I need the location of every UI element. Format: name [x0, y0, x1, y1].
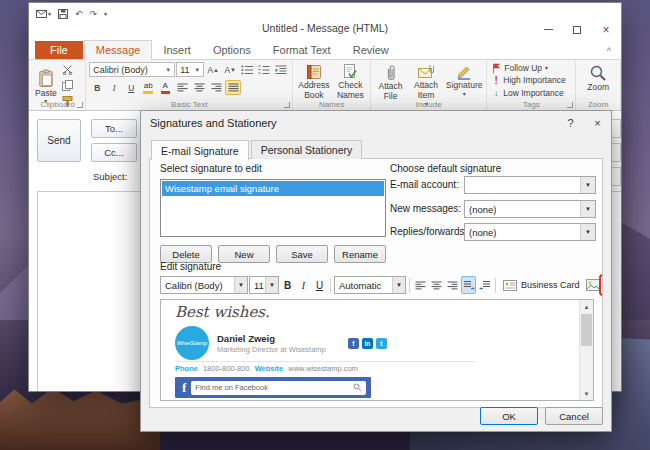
- business-card-button[interactable]: Business Card: [499, 276, 584, 294]
- insert-picture-button[interactable]: [585, 276, 600, 294]
- subject-label: Subject:: [91, 171, 137, 182]
- preview-scrollbar[interactable]: ▲ ▼: [579, 300, 593, 400]
- signature-font-dropdown[interactable]: Calibri (Body)▼: [160, 276, 248, 294]
- tab-email-signature[interactable]: E-mail Signature: [151, 140, 249, 160]
- close-button[interactable]: ×: [599, 23, 613, 37]
- tab-review[interactable]: Review: [342, 41, 400, 59]
- signature-list[interactable]: Wisestamp email signature: [160, 179, 386, 237]
- scrollbar-thumb[interactable]: [581, 314, 592, 346]
- tab-file[interactable]: File: [35, 41, 83, 59]
- text-highlight-button[interactable]: ab: [140, 80, 156, 95]
- font-color-value: Automatic: [339, 280, 381, 291]
- align-right-button[interactable]: [445, 276, 460, 294]
- high-importance-icon: !: [492, 75, 500, 86]
- save-button[interactable]: Save: [276, 245, 328, 263]
- align-center-button[interactable]: [191, 80, 207, 95]
- attach-file-button[interactable]: Attach File: [374, 62, 407, 102]
- underline-button[interactable]: U: [312, 276, 327, 294]
- signature-list-item[interactable]: Wisestamp email signature: [162, 181, 384, 196]
- facebook-search-box: Find me on Facebook: [191, 381, 366, 395]
- align-right-button[interactable]: [208, 80, 224, 95]
- zoom-button[interactable]: Zoom: [579, 62, 617, 93]
- social-icons: f in t: [348, 338, 387, 349]
- minimize-button[interactable]: [541, 23, 555, 37]
- new-messages-combo[interactable]: (none) ▼: [464, 200, 596, 218]
- facebook-banner-text: Find me on Facebook: [195, 383, 268, 392]
- signature-size-dropdown[interactable]: 11▼: [249, 276, 279, 294]
- right-to-left-button[interactable]: [477, 276, 492, 294]
- include-group-label: Include: [371, 99, 486, 110]
- undo-icon[interactable]: ↶: [75, 10, 83, 19]
- customize-qat-icon[interactable]: ▾: [104, 11, 107, 17]
- tab-insert[interactable]: Insert: [152, 41, 202, 59]
- font-color-dropdown[interactable]: Automatic▼: [334, 276, 406, 294]
- rename-button[interactable]: Rename: [334, 245, 386, 263]
- font-size-dropdown[interactable]: 11▼: [176, 62, 204, 77]
- underline-button[interactable]: U: [123, 80, 139, 95]
- signature-edit-area[interactable]: Best wishes. WiseStamp Daniel Zweig Mark…: [160, 299, 594, 401]
- indent-button[interactable]: [273, 62, 289, 77]
- shrink-font-button[interactable]: A▼: [222, 62, 238, 77]
- clipboard-group: Paste ▾ Clipboard: [30, 61, 86, 110]
- copy-button[interactable]: [60, 78, 76, 93]
- basic-text-dialog-launcher-icon[interactable]: [284, 102, 290, 108]
- names-group-label: Names: [293, 99, 370, 110]
- font-color-button[interactable]: A: [157, 80, 173, 95]
- scroll-up-button[interactable]: ▲: [580, 300, 593, 313]
- copy-icon: [62, 80, 73, 91]
- tab-options[interactable]: Options: [202, 41, 262, 59]
- italic-button[interactable]: I: [296, 276, 311, 294]
- send-button[interactable]: Send: [37, 119, 81, 162]
- address-book-button[interactable]: Address Book: [296, 62, 331, 101]
- align-justify-button[interactable]: [225, 80, 241, 95]
- redo-icon[interactable]: ↷: [90, 10, 98, 19]
- tab-personal-stationery[interactable]: Personal Stationery: [251, 140, 363, 159]
- align-justify-icon: [228, 83, 239, 92]
- ribbon-tab-bar: File Message Insert Options Format Text …: [29, 38, 621, 59]
- cancel-button[interactable]: Cancel: [545, 407, 603, 425]
- facebook-icon: f: [348, 338, 359, 349]
- follow-up-button[interactable]: Follow Up ▾: [490, 62, 572, 74]
- linkedin-icon: in: [362, 338, 373, 349]
- align-left-button[interactable]: [174, 80, 190, 95]
- bullets-button[interactable]: [239, 62, 255, 77]
- bold-button[interactable]: B: [89, 80, 105, 95]
- tab-format-text[interactable]: Format Text: [262, 41, 342, 59]
- dialog-help-button[interactable]: ?: [557, 111, 584, 135]
- save-icon[interactable]: [58, 9, 68, 19]
- align-left-button[interactable]: [413, 276, 428, 294]
- bold-button[interactable]: B: [280, 276, 295, 294]
- signature-button[interactable]: Signature ▾: [445, 62, 483, 97]
- email-account-combo[interactable]: ▼: [464, 176, 596, 194]
- insert-hyperlink-button[interactable]: [601, 276, 603, 294]
- numbering-button[interactable]: [256, 62, 272, 77]
- new-button[interactable]: New: [218, 245, 270, 263]
- cut-button[interactable]: [60, 62, 76, 77]
- to-button[interactable]: To...: [91, 119, 137, 138]
- phone-value: 1800-800-800: [203, 364, 250, 373]
- grow-font-button[interactable]: A▲: [205, 62, 221, 77]
- high-importance-button[interactable]: ! High Importance: [490, 74, 572, 86]
- tab-message[interactable]: Message: [84, 40, 153, 60]
- align-center-button[interactable]: [429, 276, 444, 294]
- low-importance-button[interactable]: ↓ Low Importance: [490, 87, 572, 99]
- collapse-ribbon-icon[interactable]: ^: [607, 46, 611, 56]
- maximize-button[interactable]: [570, 23, 584, 37]
- font-family-dropdown[interactable]: Calibri (Body)▼: [89, 62, 175, 77]
- cc-button[interactable]: Cc...: [91, 143, 137, 162]
- replies-forwards-value: (none): [469, 227, 496, 238]
- check-names-button[interactable]: Check Names: [333, 62, 367, 101]
- scroll-down-button[interactable]: ▼: [580, 387, 593, 400]
- ok-button[interactable]: OK: [480, 407, 538, 425]
- edit-signature-label: Edit signature: [160, 261, 221, 272]
- facebook-f-logo: f: [182, 380, 186, 396]
- align-left-icon: [415, 281, 426, 290]
- tags-dialog-launcher-icon[interactable]: [567, 102, 573, 108]
- replies-forwards-combo[interactable]: (none) ▼: [464, 223, 596, 241]
- left-to-right-button[interactable]: [461, 276, 476, 294]
- mail-icon[interactable]: ▾: [36, 10, 51, 18]
- italic-button[interactable]: I: [106, 80, 122, 95]
- dialog-close-button[interactable]: ×: [584, 111, 611, 135]
- send-label: Send: [47, 135, 70, 146]
- clipboard-dialog-launcher-icon[interactable]: [77, 102, 83, 108]
